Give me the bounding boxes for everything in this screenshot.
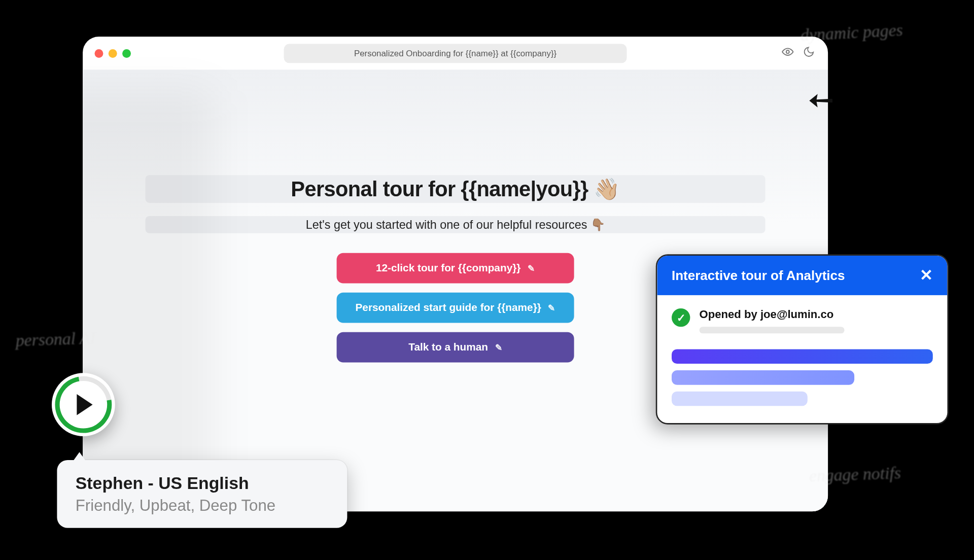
edit-icon: ✎ xyxy=(528,264,535,274)
notification-event: Opened by joe@lumin.co xyxy=(700,308,845,322)
cta-start-guide-button[interactable]: Personalized start guide for {{name}} ✎ xyxy=(337,293,574,323)
close-icon[interactable]: ✕ xyxy=(920,267,933,283)
cta-talk-human-label: Talk to a human xyxy=(408,341,488,353)
annotation-left: personal AI xyxy=(9,329,102,351)
play-voice-button[interactable] xyxy=(52,373,115,436)
cta-tour-button[interactable]: 12-click tour for {{company}} ✎ xyxy=(337,253,574,284)
svg-point-0 xyxy=(786,50,789,53)
maximize-window-icon[interactable] xyxy=(122,49,131,57)
notification-title: Interactive tour of Analytics xyxy=(672,268,845,283)
progress-bar-2 xyxy=(672,370,854,385)
address-bar[interactable]: Personalized Onboarding for {{name}} at … xyxy=(284,44,627,63)
voice-tooltip: Stephen - US English Friendly, Upbeat, D… xyxy=(57,460,347,528)
edit-icon: ✎ xyxy=(548,303,555,313)
eye-icon[interactable] xyxy=(782,46,793,61)
annotation-top: dynamic pages xyxy=(789,20,915,46)
event-prefix: Opened by xyxy=(700,308,760,321)
notification-panel: Interactive tour of Analytics ✕ ✓ Opened… xyxy=(657,256,947,423)
event-email: joe@lumin.co xyxy=(760,308,833,321)
cta-talk-human-button[interactable]: Talk to a human ✎ xyxy=(337,332,574,363)
subheadline-text: Let's get you started with one of our he… xyxy=(146,218,766,232)
progress-bar-3 xyxy=(672,392,808,406)
cta-tour-label: 12-click tour for {{company}} xyxy=(376,262,521,273)
headline-text: Personal tour for {{name|you}} 👋🏼 xyxy=(146,177,766,201)
voice-description: Friendly, Upbeat, Deep Tone xyxy=(76,496,329,514)
subheadline-field[interactable]: Let's get you started with one of our he… xyxy=(146,216,766,233)
traffic-lights xyxy=(95,49,131,57)
play-icon xyxy=(77,394,92,415)
check-icon: ✓ xyxy=(672,308,690,327)
moon-icon[interactable] xyxy=(803,46,815,61)
skeleton-line xyxy=(700,327,845,333)
titlebar: Personalized Onboarding for {{name}} at … xyxy=(83,37,828,69)
cta-start-guide-label: Personalized start guide for {{name}} xyxy=(355,302,541,313)
voice-name: Stephen - US English xyxy=(76,473,329,494)
headline-field[interactable]: Personal tour for {{name|you}} 👋🏼 xyxy=(146,175,766,203)
progress-bar-1 xyxy=(672,349,933,364)
minimize-window-icon[interactable] xyxy=(109,49,117,57)
edit-icon: ✎ xyxy=(495,343,502,353)
close-window-icon[interactable] xyxy=(95,49,103,57)
